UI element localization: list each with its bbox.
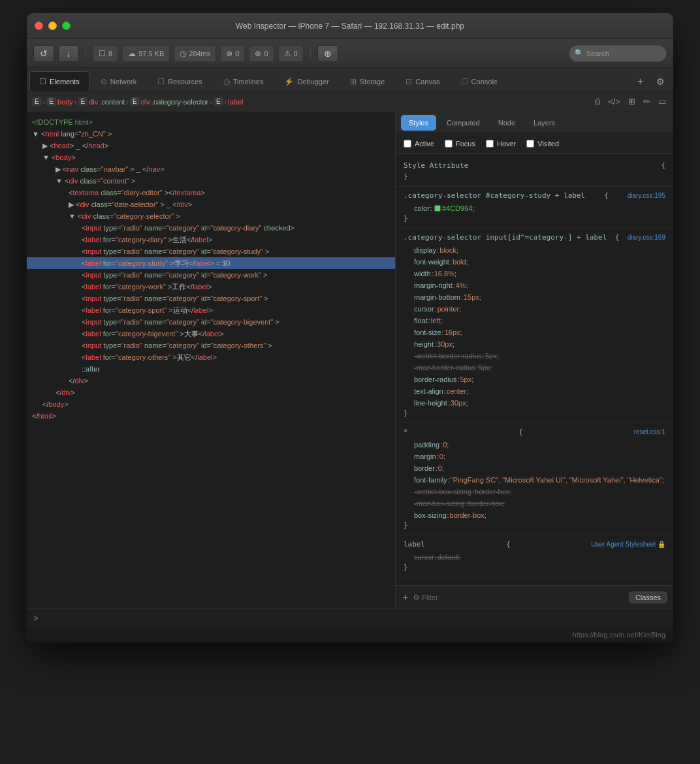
code-icon[interactable]: </> (606, 95, 622, 108)
pseudo-focus[interactable]: Focus (445, 140, 475, 148)
tab-settings[interactable]: ⚙ (650, 71, 671, 91)
timelines-icon: ◷ (223, 77, 230, 86)
titlebar: Web Inspector — iPhone 7 — Safari — 192.… (27, 13, 673, 39)
breadcrumb-e-root[interactable]: E (32, 97, 42, 106)
tree-line: ▶ <head> _ </head> (27, 140, 395, 151)
css-source-link-4[interactable]: User Agent Stylesheet 🔒 (591, 538, 665, 551)
css-rule-style-attr: Style Attribute { } (396, 159, 673, 187)
add-rule-button[interactable]: + (402, 592, 408, 603)
minimize-button[interactable] (48, 22, 57, 30)
tree-line: ▶ <nav class="navbar" > _ </nav> (27, 163, 395, 175)
edit-icon[interactable]: ✏ (641, 95, 652, 108)
maximize-button[interactable] (62, 22, 71, 30)
toggle-panel-icon[interactable]: ▭ (656, 95, 668, 108)
filter-input-wrapper: ⊙ (413, 593, 624, 601)
tree-line: <!DOCTYPE html> (27, 116, 395, 128)
tab-storage[interactable]: ⊞ Storage (340, 71, 395, 91)
breadcrumb-label[interactable]: label (228, 98, 243, 106)
tab-node[interactable]: Node (490, 115, 523, 131)
tree-line: <input type="radio" name="category" id="… (27, 246, 395, 257)
css-source-link-3[interactable]: reset.css:1 (634, 426, 665, 439)
css-prop-color: color : #4CD964 ; (404, 202, 665, 214)
tree-line: <label for="category-diary" >生活</label> (27, 234, 395, 246)
close-button[interactable] (35, 22, 43, 30)
tree-line: </html> (27, 410, 395, 422)
classes-button[interactable]: Classes (629, 592, 667, 603)
tree-line: <input type="radio" name="category" id="… (27, 316, 395, 328)
search-icon: 🔍 (575, 49, 584, 57)
back-button[interactable]: ↓ (58, 45, 79, 62)
tree-line: </div> (27, 387, 395, 398)
toolbar-sep-2 (310, 47, 311, 60)
tab-elements[interactable]: ☐ Elements (29, 71, 89, 91)
pseudo-hover[interactable]: Hover (486, 140, 516, 148)
pseudo-state-bar: Active Focus Hover Visited (396, 133, 673, 154)
reload-button[interactable]: ↺ (33, 45, 54, 62)
badge-file: ☐ 8 (93, 45, 118, 62)
pseudo-visited[interactable]: Visited (526, 140, 559, 148)
tree-line: ▼ <html lang="zh_CN" > (27, 128, 395, 140)
tree-line: <textarea class="diary-editor" ></textar… (27, 187, 395, 199)
tab-resources[interactable]: ☐ Resources (148, 71, 212, 91)
tree-line: </div> (27, 375, 395, 387)
css-rule-category-input: .category-selector input[id^=category-] … (396, 231, 673, 423)
css-rule-label: label { User Agent Stylesheet 🔒 cursor: … (396, 538, 673, 577)
styles-panel: Style Attribute { } .category-selector #… (396, 154, 673, 585)
tree-line: <input type="radio" name="category" id="… (27, 293, 395, 304)
tab-timelines[interactable]: ◷ Timelines (214, 71, 274, 91)
pseudo-active[interactable]: Active (404, 140, 434, 148)
badge-size: ☁ 97.5 KB (122, 45, 170, 62)
search-box[interactable]: 🔍 (569, 45, 667, 62)
tree-line: <input type="radio" name="category" id="… (27, 222, 395, 234)
breadcrumb-div-content[interactable]: E div.content (78, 97, 125, 106)
devtools-window: Web Inspector — iPhone 7 — Safari — 192.… (27, 13, 673, 643)
tree-line: <label for="category-sport" >运动</label> (27, 304, 395, 316)
filter-input[interactable] (422, 594, 624, 601)
breadcrumb-e-label[interactable]: E (214, 97, 223, 106)
tab-styles[interactable]: Styles (401, 115, 436, 131)
tab-add[interactable]: + (631, 71, 649, 91)
url-text: https://blog.csdn.net/KimBing (573, 631, 665, 639)
main-content: <!DOCTYPE html> ▼ <html lang="zh_CN" > ▶… (27, 112, 673, 609)
filter-icon: ⊙ (413, 593, 419, 601)
badge-time: ◷ 284ms (174, 45, 216, 62)
toolbar: ↺ ↓ ☐ 8 ☁ 97.5 KB ◷ 284ms ⊗ 0 ⊗ 0 ⚠ 0 (27, 39, 673, 68)
css-source-link-2[interactable]: diary.css:169 (628, 231, 665, 244)
tree-line: ▼ <div class="category-selector" > (27, 210, 395, 222)
elements-icon: ☐ (39, 77, 46, 86)
resources-icon: ☐ (157, 77, 165, 86)
console-icon: ☐ (461, 77, 468, 86)
html-panel: <!DOCTYPE html> ▼ <html lang="zh_CN" > ▶… (27, 112, 396, 609)
nav-tabs: ☐ Elements ⊙ Network ☐ Resources ◷ Timel… (27, 68, 673, 91)
debugger-icon: ⚡ (284, 77, 294, 86)
globe-button[interactable]: ⊕ (317, 45, 338, 62)
network-icon: ⊙ (101, 77, 107, 86)
tab-layers[interactable]: Layers (526, 115, 563, 131)
selected-tree-line[interactable]: <label for="category-study" >学习</label> … (27, 257, 395, 269)
tree-line: <input type="radio" name="category" id="… (27, 269, 395, 281)
status-bar: > (27, 609, 673, 627)
breadcrumb: E › E body › E div.content › E div.categ… (27, 91, 673, 112)
traffic-lights (35, 22, 71, 30)
breadcrumb-div-category-selector[interactable]: E div.category-selector (130, 97, 208, 106)
toolbar-sep-1 (86, 47, 86, 60)
breadcrumb-actions: ⎙ </> ⊞ ✏ ▭ (593, 95, 668, 108)
color-swatch (434, 205, 441, 212)
css-source-link[interactable]: diary.css:195 (628, 189, 665, 202)
canvas-icon: ⊡ (406, 77, 412, 86)
breadcrumb-body[interactable]: E body (46, 97, 73, 106)
tree-line: </body> (27, 398, 395, 410)
right-panel: Styles Computed Node Layers Active Focus… (396, 112, 673, 609)
tab-canvas[interactable]: ⊡ Canvas (396, 71, 449, 91)
grid-icon[interactable]: ⊞ (626, 95, 637, 108)
css-rule-category-study: .category-selector #category-study + lab… (396, 189, 673, 229)
tab-network[interactable]: ⊙ Network (91, 71, 146, 91)
tab-computed[interactable]: Computed (439, 115, 488, 131)
tab-debugger[interactable]: ⚡ Debugger (274, 71, 338, 91)
search-input[interactable] (586, 50, 658, 57)
tree-line: <label for="category-work" >工作</label> (27, 281, 395, 293)
tab-console[interactable]: ☐ Console (451, 71, 507, 91)
css-rule-star: * { reset.css:1 padding: 0; margin: 0; b… (396, 426, 673, 535)
print-icon[interactable]: ⎙ (593, 95, 602, 108)
console-prompt[interactable]: > (33, 613, 39, 623)
